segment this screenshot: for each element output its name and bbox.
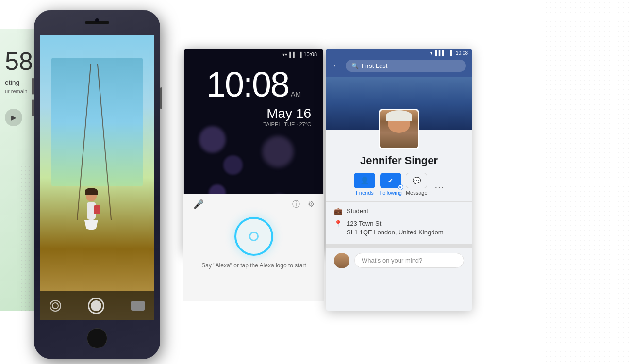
camera-shutter-button[interactable]: [88, 298, 104, 314]
alexa-right-icons: ⓘ ⚙: [292, 199, 315, 210]
alexa-logo[interactable]: [234, 217, 273, 256]
info-icon[interactable]: ⓘ: [292, 199, 300, 210]
friends-label: Friends: [356, 190, 374, 196]
camera-thumbnail[interactable]: [131, 301, 145, 311]
fb-status-bar: ▾ ▌▌▌ ▐ 10:08: [326, 49, 472, 57]
phone-vol-down-button: [32, 99, 34, 116]
clock-date: May 16 TAIPEI · TUE · 27°C: [184, 106, 323, 127]
fb-back-button[interactable]: ←: [332, 61, 341, 71]
wifi-icon: ▾▾: [282, 52, 287, 57]
fb-post-input[interactable]: What's on your mind?: [354, 253, 464, 268]
fb-battery-icon: ▐: [448, 50, 452, 56]
dark-screen-status-bar: ▾▾ ▌▌ ▐ 10:08: [184, 49, 323, 57]
fb-message-button[interactable]: 💬 Message: [406, 173, 428, 196]
message-icon: 💬: [413, 177, 421, 184]
post-avatar-img: [334, 253, 349, 268]
fb-address-line1: 123 Town St.: [347, 219, 443, 228]
clock-display: 10:08 AM: [184, 57, 323, 102]
fb-signal-icon: ▌▌▌: [435, 50, 446, 56]
avatar-hat: [386, 110, 413, 121]
following-icon: ✔: [388, 177, 393, 184]
fb-profile-avatar: [380, 110, 418, 148]
fb-post-divider: [326, 244, 472, 248]
phone-screen: [40, 35, 154, 320]
fb-more-options-button[interactable]: ⋯: [434, 181, 444, 193]
battery-icon: ▐: [298, 52, 301, 57]
partial-sublabel: ur remain: [5, 88, 27, 94]
alexa-ring: [234, 217, 273, 256]
alexa-top-bar: 🎤 ⓘ ⚙: [188, 199, 319, 212]
following-icon-wrap: ✔ ▼: [380, 173, 401, 188]
fb-action-buttons: 👤 Friends ✔ ▼ Following 💬 Message ⋯: [326, 167, 472, 196]
friends-icon: 👤: [360, 176, 369, 185]
clock-time-big: 10:08: [206, 67, 289, 102]
phone-home-button[interactable]: [87, 328, 107, 348]
facebook-profile-screen: ▾ ▌▌▌ ▐ 10:08 ← 🔍 First Last Jennifer Si…: [326, 49, 472, 311]
fb-info-job-row: 💼 Student: [334, 207, 464, 215]
microphone-icon[interactable]: 🎤: [193, 199, 204, 210]
fb-status-time: 10:08: [456, 50, 468, 56]
partial-time: 58: [5, 49, 33, 74]
girl-bag: [94, 205, 100, 214]
fb-search-text: First Last: [362, 62, 387, 69]
fb-cover-photo: [326, 77, 472, 130]
fb-search-bar[interactable]: 🔍 First Last: [346, 60, 466, 72]
camera-bottom-bar: [40, 291, 154, 320]
fb-profile-name: Jennifer Singer: [326, 154, 472, 167]
settings-icon[interactable]: ⚙: [308, 199, 315, 210]
alexa-screen: 🎤 ⓘ ⚙ Say "Alexa" or tap the Alexa logo …: [183, 194, 324, 301]
phone-wallpaper-photo: [40, 35, 154, 320]
friends-icon-wrap: 👤: [354, 173, 375, 188]
message-label: Message: [406, 190, 428, 196]
signal-icon: ▌▌: [289, 52, 296, 57]
fb-profile-avatar-wrap: [379, 109, 419, 149]
fb-wifi-icon: ▾: [430, 50, 432, 56]
fb-info-address-row: 📍 123 Town St. SL1 1QE London, United Ki…: [334, 219, 464, 237]
fb-post-row: What's on your mind?: [326, 248, 472, 273]
phone-body: [34, 10, 160, 359]
fb-address-text: 123 Town St. SL1 1QE London, United King…: [347, 219, 443, 237]
smartphone-device: [34, 10, 160, 359]
girl-head: [86, 191, 97, 201]
following-dropdown-icon: ▼: [398, 184, 403, 190]
clock-am-pm: AM: [291, 90, 301, 98]
girl-skirt: [84, 220, 98, 230]
phone-vol-up-button: [32, 78, 34, 95]
briefcase-icon: 💼: [334, 207, 342, 215]
fb-header: ← 🔍 First Last: [326, 57, 472, 77]
bokeh-circle-3: [262, 136, 294, 167]
play-button[interactable]: ▶: [5, 109, 22, 126]
fb-info-section: 💼 Student 📍 123 Town St. SL1 1QE London,…: [326, 202, 472, 242]
girl-on-swing: [74, 191, 108, 249]
post-placeholder-text: What's on your mind?: [362, 257, 422, 264]
fb-friends-button[interactable]: 👤 Friends: [354, 173, 375, 196]
status-time: 10:08: [303, 51, 317, 57]
fb-address-line2: SL1 1QE London, United Kingdom: [347, 228, 443, 237]
dot-pattern-bg: [544, 0, 631, 364]
clock-date-detail: TAIPEI · TUE · 27°C: [184, 121, 311, 127]
location-icon: 📍: [334, 220, 342, 228]
following-label: Following: [379, 190, 401, 196]
phone-power-button: [160, 87, 162, 109]
fb-search-icon: 🔍: [351, 63, 359, 69]
clock-date-big: May 16: [184, 106, 311, 121]
camera-flip-icon[interactable]: [50, 300, 61, 312]
fb-following-button[interactable]: ✔ ▼ Following: [379, 173, 401, 196]
bokeh-circle-2: [223, 155, 243, 175]
message-icon-wrap: 💬: [406, 173, 427, 188]
alexa-label: Say "Alexa" or tap the Alexa logo to sta…: [201, 262, 306, 270]
bokeh-circle-1: [199, 126, 226, 153]
phone-camera-notch: [95, 18, 99, 22]
fb-post-avatar: [334, 253, 349, 268]
alexa-inner-ring: [249, 232, 259, 241]
partial-label: eting: [5, 79, 19, 86]
fb-job-text: Student: [347, 207, 368, 215]
